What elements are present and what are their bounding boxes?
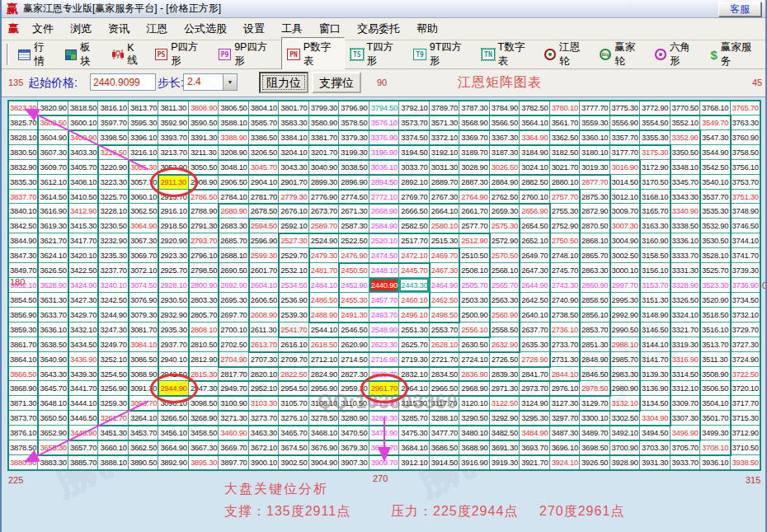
matrix-cell[interactable]: 3859.30	[8, 322, 38, 337]
matrix-cell[interactable]: 3746.50	[731, 219, 760, 233]
matrix-cell[interactable]: 3931.30	[640, 455, 670, 470]
matrix-cell[interactable]: 3748.90	[731, 204, 760, 219]
matrix-cell[interactable]: 3343.30	[671, 190, 700, 205]
matrix-cell[interactable]: 3532.90	[700, 219, 730, 233]
matrix-cell[interactable]: 3254.50	[98, 367, 128, 382]
matrix-cell[interactable]: 3036.10	[369, 160, 399, 175]
matrix-cell[interactable]: 2798.50	[189, 263, 219, 278]
matrix-cell[interactable]: 2978.50	[580, 381, 609, 396]
matrix-cell[interactable]: 2901.70	[279, 175, 308, 190]
matrix-cell[interactable]: 3228.10	[98, 204, 128, 219]
matrix-cell[interactable]: 3024.10	[520, 160, 549, 175]
matrix-cell[interactable]: 3192.10	[430, 145, 459, 160]
matrix-cell[interactable]: 3220.90	[98, 160, 128, 175]
matrix-cell[interactable]: 3794.50	[369, 101, 399, 115]
matrix-cell[interactable]: 2853.70	[580, 322, 609, 337]
matrix-cell[interactable]: 2556.10	[459, 322, 489, 337]
toolbar-item-winner-wheel[interactable]: Big赢家轮	[594, 37, 649, 72]
matrix-cell[interactable]: 3060.10	[129, 190, 158, 205]
matrix-cell[interactable]: 3168.10	[640, 190, 670, 205]
matrix-cell[interactable]: 3444.10	[68, 396, 98, 411]
matrix-cell[interactable]: 3384.10	[279, 130, 308, 145]
matrix-cell[interactable]: 2760.10	[520, 190, 549, 205]
matrix-cell[interactable]: 2961.70	[369, 381, 399, 396]
matrix-cell[interactable]: 2856.10	[580, 308, 609, 322]
matrix-cell[interactable]: 3290.50	[459, 411, 489, 426]
matrix-cell[interactable]: 3189.70	[459, 145, 489, 160]
matrix-cell[interactable]: 3038.50	[339, 160, 369, 175]
toolbar-item-hexagon[interactable]: 六角形	[649, 37, 704, 72]
matrix-cell[interactable]: 2736.10	[550, 322, 580, 337]
matrix-cell[interactable]: 3890.50	[129, 455, 158, 470]
matrix-cell[interactable]: 3367.30	[490, 130, 520, 145]
matrix-cell[interactable]: 3252.10	[98, 352, 128, 367]
matrix-cell[interactable]: 3136.90	[640, 381, 670, 396]
matrix-cell[interactable]: 3355.30	[640, 130, 670, 145]
matrix-cell[interactable]: 3266.50	[158, 411, 188, 426]
matrix-cell[interactable]: 3571.30	[430, 115, 459, 130]
matrix-cell[interactable]: 3801.70	[279, 101, 308, 115]
matrix-cell[interactable]: 3804.10	[249, 101, 279, 115]
matrix-cell[interactable]: 2832.10	[399, 367, 429, 382]
matrix-cell[interactable]: 2510.50	[459, 248, 489, 263]
matrix-cell[interactable]: 3516.10	[700, 322, 730, 337]
matrix-cell[interactable]: 2678.50	[249, 204, 279, 219]
matrix-cell[interactable]: 3283.30	[369, 411, 399, 426]
matrix-cell[interactable]: 3084.10	[129, 337, 158, 352]
matrix-cell[interactable]: 3278.50	[309, 411, 339, 426]
matrix-cell[interactable]: 3249.70	[98, 337, 128, 352]
matrix-cell[interactable]: 3866.50	[8, 367, 38, 382]
matrix-cell[interactable]: 3878.50	[8, 440, 38, 455]
matrix-cell[interactable]: 2786.50	[189, 190, 219, 205]
matrix-cell[interactable]: 3470.50	[339, 426, 369, 440]
matrix-cell[interactable]: 3489.70	[580, 426, 609, 440]
matrix-cell[interactable]: 2539.30	[279, 308, 308, 322]
matrix-cell[interactable]: 3045.70	[249, 160, 279, 175]
matrix-cell[interactable]: 3842.50	[8, 219, 38, 233]
matrix-cell[interactable]: 2467.30	[430, 263, 459, 278]
matrix-cell[interactable]: 3511.30	[700, 352, 730, 367]
matrix-cell[interactable]: 2769.70	[399, 190, 429, 205]
matrix-cell[interactable]: 2522.50	[339, 233, 369, 248]
matrix-cell[interactable]: 3398.50	[98, 130, 128, 145]
matrix-cell[interactable]: 2822.50	[279, 367, 308, 382]
matrix-cell[interactable]: 3331.30	[671, 263, 700, 278]
matrix-cell[interactable]: 3892.90	[158, 455, 188, 470]
matrix-cell[interactable]: 3360.10	[580, 130, 609, 145]
matrix-cell[interactable]: 3904.90	[309, 455, 339, 470]
matrix-cell[interactable]: 3559.30	[580, 115, 609, 130]
matrix-cell[interactable]: 3631.30	[38, 293, 68, 308]
matrix-cell[interactable]: 2865.70	[580, 248, 609, 263]
matrix-cell[interactable]: 2493.70	[369, 308, 399, 322]
matrix-cell[interactable]: 3321.70	[671, 322, 700, 337]
matrix-cell[interactable]: 3223.30	[98, 175, 128, 190]
matrix-cell[interactable]: 3048.10	[219, 160, 248, 175]
matrix-cell[interactable]: 3391.30	[189, 130, 219, 145]
matrix-cell[interactable]: 2757.70	[550, 190, 580, 205]
toolbar-item-t-number-table[interactable]: TNT数字表	[476, 37, 539, 72]
matrix-cell[interactable]: 3187.30	[490, 145, 520, 160]
matrix-cell[interactable]: 2935.30	[158, 322, 188, 337]
matrix-cell[interactable]: 2781.70	[249, 190, 279, 205]
matrix-cell[interactable]: 3105.70	[279, 396, 308, 411]
matrix-cell[interactable]: 3506.50	[700, 381, 730, 396]
matrix-cell[interactable]: 2445.70	[399, 263, 429, 278]
matrix-cell[interactable]: 2484.10	[309, 278, 339, 293]
matrix-cell[interactable]: 3648.10	[38, 396, 68, 411]
matrix-cell[interactable]: 3165.70	[640, 204, 670, 219]
matrix-cell[interactable]: 3055.30	[129, 160, 158, 175]
matrix-cell[interactable]: 3139.30	[640, 367, 670, 382]
matrix-cell[interactable]: 3744.10	[731, 233, 760, 248]
matrix-cell[interactable]: 2656.90	[520, 204, 549, 219]
matrix-cell[interactable]: 3708.10	[700, 440, 730, 455]
matrix-cell[interactable]: 3448.90	[68, 426, 98, 440]
matrix-cell[interactable]: 3926.50	[580, 455, 609, 470]
matrix-cell[interactable]: 3091.30	[129, 381, 158, 396]
matrix-cell[interactable]: 3561.70	[550, 115, 580, 130]
matrix-cell[interactable]: 2918.50	[158, 219, 188, 233]
matrix-cell[interactable]: 2661.70	[459, 204, 489, 219]
menu-item-news[interactable]: 资讯	[100, 21, 138, 36]
matrix-cell[interactable]: 3432.10	[68, 322, 98, 337]
matrix-cell[interactable]: 3196.90	[369, 145, 399, 160]
matrix-cell[interactable]: 3655.30	[38, 440, 68, 455]
